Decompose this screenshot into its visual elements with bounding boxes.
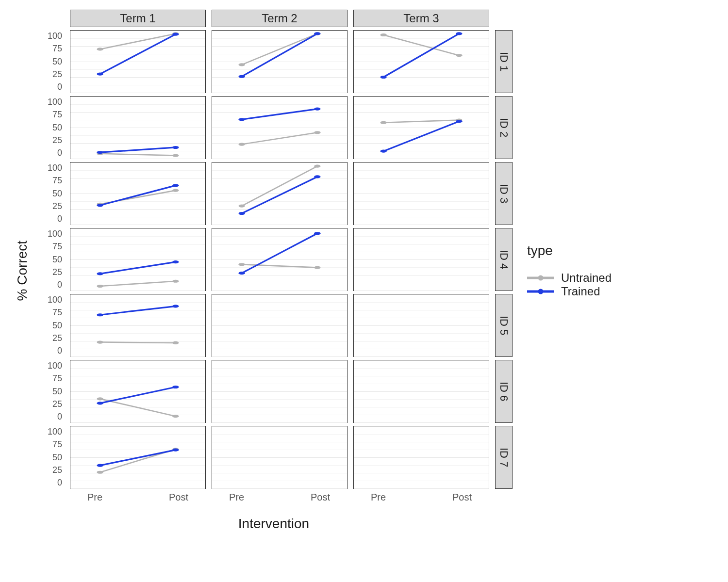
svg-line-75 <box>100 450 176 466</box>
svg-point-29 <box>314 108 320 111</box>
corner-blank <box>35 10 64 27</box>
panel-inner <box>354 426 489 488</box>
row-strip-6: ID 6 <box>495 360 513 423</box>
y-tick-label: 100 <box>48 229 62 239</box>
svg-line-21 <box>100 147 176 152</box>
svg-point-34 <box>380 150 386 153</box>
svg-line-48 <box>100 281 176 286</box>
svg-line-42 <box>242 166 317 206</box>
svg-line-63 <box>100 306 176 315</box>
y-tick-label: 50 <box>52 189 62 199</box>
svg-point-23 <box>172 146 179 149</box>
svg-point-56 <box>314 266 320 269</box>
panel <box>212 96 347 159</box>
panel <box>212 30 347 93</box>
svg-point-38 <box>172 189 179 192</box>
panel <box>70 294 206 357</box>
svg-point-47 <box>314 175 320 178</box>
svg-point-1 <box>97 48 103 50</box>
chart-body: % Correct Term 1Term 2Term 31007550250ID… <box>10 10 513 532</box>
y-tick-label: 25 <box>52 399 62 409</box>
y-tick-label: 50 <box>52 123 62 133</box>
y-tick-label: 50 <box>52 387 62 397</box>
row-strip-7: ID 7 <box>495 426 513 489</box>
svg-point-28 <box>238 118 245 121</box>
y-tick-label: 75 <box>52 373 62 384</box>
svg-point-76 <box>97 464 103 467</box>
y-tick-label: 25 <box>52 135 62 146</box>
svg-point-11 <box>314 32 320 35</box>
svg-line-24 <box>242 132 317 144</box>
panel-inner <box>70 31 205 93</box>
y-tick-label: 50 <box>52 321 62 331</box>
svg-point-61 <box>97 340 103 343</box>
legend-label: Untrained <box>561 271 612 285</box>
svg-point-25 <box>238 143 245 146</box>
y-tick-label: 25 <box>52 333 62 343</box>
panel-inner <box>212 31 347 93</box>
corner-blank <box>495 492 513 509</box>
col-strip-2: Term 2 <box>212 10 347 27</box>
y-tick-label: 0 <box>57 346 62 356</box>
panel-inner <box>354 162 489 225</box>
svg-line-6 <box>242 33 317 65</box>
svg-point-31 <box>380 121 386 124</box>
panel <box>212 228 347 291</box>
y-tick-label: 75 <box>52 439 62 450</box>
y-tick-label: 0 <box>57 478 62 488</box>
x-tick-label: Post <box>169 492 188 509</box>
svg-point-62 <box>172 341 179 344</box>
y-tick-label: 25 <box>52 465 62 475</box>
col-strip-label: Term 1 <box>120 12 155 25</box>
svg-point-46 <box>238 212 245 215</box>
panel <box>353 162 489 225</box>
y-ticks: 1007550250 <box>35 360 64 423</box>
legend: type UntrainedTrained <box>527 243 612 298</box>
panel <box>353 30 489 93</box>
row-strip-label: ID 6 <box>497 382 510 401</box>
y-tick-label: 100 <box>48 295 62 305</box>
y-tick-label: 50 <box>52 57 62 67</box>
svg-line-27 <box>242 109 317 120</box>
panel-inner <box>212 360 347 422</box>
svg-point-41 <box>172 184 179 187</box>
col-strip-label: Term 2 <box>262 12 297 25</box>
row-strip-3: ID 3 <box>495 162 513 225</box>
panel-inner <box>212 294 347 356</box>
svg-point-53 <box>172 260 179 263</box>
panel <box>70 426 206 489</box>
svg-line-60 <box>100 342 176 343</box>
panel-inner <box>70 294 205 356</box>
svg-line-45 <box>242 177 317 213</box>
svg-point-67 <box>97 397 103 400</box>
panel <box>70 228 206 291</box>
y-tick-label: 0 <box>57 82 62 92</box>
panel <box>70 30 206 93</box>
panel <box>353 360 489 423</box>
svg-point-10 <box>238 75 245 78</box>
panel-inner <box>212 97 347 159</box>
y-ticks: 1007550250 <box>35 162 64 225</box>
panel-inner <box>354 228 489 291</box>
y-axis-title: % Correct <box>10 241 35 301</box>
legend-item-untrained: Untrained <box>527 271 612 285</box>
x-tick-label: Post <box>452 492 472 509</box>
svg-line-18 <box>100 154 176 156</box>
x-ticks: PrePost <box>353 492 489 509</box>
corner-blank <box>35 492 64 509</box>
panel-inner <box>70 97 205 159</box>
x-axis-title: Intervention <box>35 509 513 532</box>
svg-point-7 <box>238 63 245 66</box>
col-strip-3: Term 3 <box>353 10 489 27</box>
y-tick-label: 75 <box>52 176 62 186</box>
panel <box>70 96 206 159</box>
svg-line-9 <box>242 33 317 76</box>
panel <box>212 162 347 225</box>
legend-title: type <box>527 243 612 259</box>
y-tick-label: 50 <box>52 255 62 265</box>
svg-point-58 <box>238 272 245 275</box>
chart-container: % Correct Term 1Term 2Term 31007550250ID… <box>10 10 718 532</box>
panel <box>70 360 206 423</box>
svg-point-50 <box>172 280 179 283</box>
svg-point-71 <box>172 386 179 388</box>
